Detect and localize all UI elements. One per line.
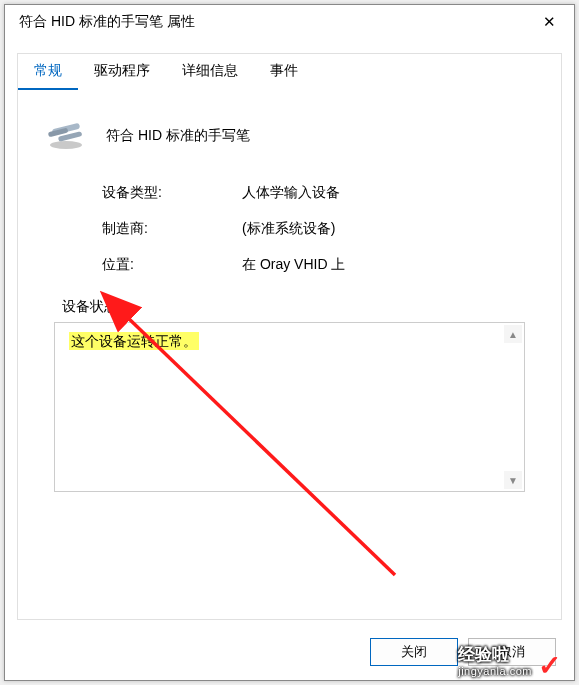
loc-value: 在 Oray VHID 上 — [242, 256, 523, 274]
info-row-loc: 位置: 在 Oray VHID 上 — [102, 256, 523, 274]
pen-device-icon — [46, 118, 92, 154]
watermark-brand: 经验啦 — [458, 646, 509, 665]
device-info: 设备类型: 人体学输入设备 制造商: (标准系统设备) 位置: 在 Oray V… — [46, 184, 533, 274]
status-textbox[interactable]: 这个设备运转正常。 ▲ ▼ — [54, 322, 525, 492]
close-icon: ✕ — [543, 13, 556, 31]
window-title: 符合 HID 标准的手写笔 属性 — [19, 13, 534, 31]
info-row-type: 设备类型: 人体学输入设备 — [102, 184, 523, 202]
tab-general-label: 常规 — [34, 62, 62, 78]
type-label: 设备类型: — [102, 184, 242, 202]
mfg-label: 制造商: — [102, 220, 242, 238]
status-text: 这个设备运转正常。 — [69, 332, 199, 350]
tab-events-label: 事件 — [270, 62, 298, 78]
device-name: 符合 HID 标准的手写笔 — [106, 127, 250, 145]
close-button[interactable]: ✕ — [534, 7, 564, 37]
device-header: 符合 HID 标准的手写笔 — [46, 118, 533, 154]
info-row-mfg: 制造商: (标准系统设备) — [102, 220, 523, 238]
tab-details[interactable]: 详细信息 — [166, 54, 254, 90]
watermark: 经验啦 jingyanla.com ✓ — [458, 646, 561, 677]
status-label: 设备状态 — [62, 298, 527, 316]
close-dialog-button[interactable]: 关闭 — [370, 638, 458, 666]
tab-driver[interactable]: 驱动程序 — [78, 54, 166, 90]
status-section: 设备状态 这个设备运转正常。 ▲ ▼ — [46, 298, 533, 492]
scroll-up-button[interactable]: ▲ — [504, 325, 522, 343]
content-panel: 常规 驱动程序 详细信息 事件 符合 HID 标准的手写笔 — [17, 53, 562, 620]
tab-general[interactable]: 常规 — [18, 54, 78, 90]
checkmark-icon: ✓ — [538, 655, 561, 677]
tab-events[interactable]: 事件 — [254, 54, 314, 90]
chevron-down-icon: ▼ — [508, 475, 518, 486]
title-bar: 符合 HID 标准的手写笔 属性 ✕ — [5, 5, 574, 39]
tab-details-label: 详细信息 — [182, 62, 238, 78]
tab-content-general: 符合 HID 标准的手写笔 设备类型: 人体学输入设备 制造商: (标准系统设备… — [18, 90, 561, 502]
mfg-value: (标准系统设备) — [242, 220, 523, 238]
loc-label: 位置: — [102, 256, 242, 274]
close-dialog-label: 关闭 — [401, 643, 427, 661]
type-value: 人体学输入设备 — [242, 184, 523, 202]
tab-strip: 常规 驱动程序 详细信息 事件 — [18, 54, 561, 90]
svg-point-0 — [50, 141, 82, 149]
tab-driver-label: 驱动程序 — [94, 62, 150, 78]
watermark-site: jingyanla.com — [458, 665, 532, 677]
dialog-window: 符合 HID 标准的手写笔 属性 ✕ 常规 驱动程序 详细信息 事件 — [4, 4, 575, 681]
chevron-up-icon: ▲ — [508, 329, 518, 340]
scroll-down-button[interactable]: ▼ — [504, 471, 522, 489]
